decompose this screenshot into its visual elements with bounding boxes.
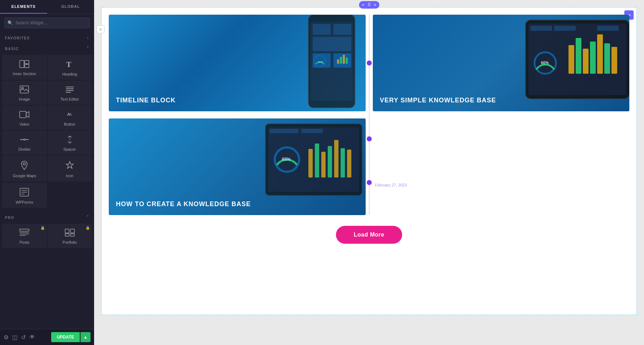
widget-divider[interactable]: Divider [2,131,47,155]
widget-inner-section[interactable]: Inner Section [2,55,47,80]
widget-icon-label: Icon [66,174,73,178]
svg-rect-65 [341,148,345,178]
svg-rect-62 [321,152,326,178]
wpforms-grid: WPForms [0,183,94,209]
sidebar-tabs: ELEMENTS GLOBAL [0,0,94,14]
posts-icon [19,229,29,238]
widget-portfolio[interactable]: 🔒 Portfolio [48,224,92,248]
svg-rect-64 [334,140,338,178]
widget-wpforms[interactable]: WPForms [2,183,47,208]
timeline-dot-1 [367,60,372,65]
svg-rect-28 [70,234,74,236]
widget-google-maps[interactable]: Google Maps [2,156,47,181]
settings-icon[interactable]: ⚙ [4,334,9,341]
section-toggle[interactable]: ≡ [97,25,104,33]
update-button[interactable]: UPDATE [51,332,80,342]
favorites-label: FAVORITES [5,36,30,40]
svg-text:60%: 60% [541,60,549,65]
posts-lock-icon: 🔒 [40,226,45,230]
search-input[interactable] [4,18,90,28]
footer-icons: ⚙ ◫ ↺ 👁 [4,334,35,341]
post-3-title: HOW TO CREATE A KNOWLEDGE BASE [116,200,251,208]
portfolio-lock-icon: 🔒 [86,226,90,230]
svg-rect-33 [313,37,351,51]
preview-icon[interactable]: 👁 [29,334,35,340]
svg-rect-10 [20,111,26,118]
svg-rect-44 [569,45,574,74]
search-icon: 🔍 [8,20,13,25]
basic-label: BASIC [5,47,19,51]
widget-spacer-label: Spacer [63,147,76,151]
widget-text-editor[interactable]: Text Editor [48,81,92,105]
widget-inner-section-label: Inner Section [13,72,36,76]
svg-point-16 [23,163,25,165]
svg-rect-21 [20,229,29,231]
empty-right-col [373,118,630,215]
widget-video[interactable]: Video [2,106,47,130]
widget-button-label: Button [64,122,75,126]
timeline-date: February 27, 2023 [375,183,407,187]
svg-rect-67 [270,129,298,133]
svg-rect-45 [576,38,581,74]
section-close-icon[interactable]: × [374,3,377,7]
tab-global[interactable]: GLOBAL [47,0,94,14]
tab-elements[interactable]: ELEMENTS [0,0,47,14]
pro-label: PRO [5,216,14,220]
post-card-1[interactable]: 60% TIMELINE BLOCK [109,15,366,111]
button-icon [65,111,74,120]
history-icon[interactable]: ↺ [21,334,26,341]
svg-text:60%: 60% [318,61,323,63]
text-editor-icon [65,86,74,95]
svg-rect-48 [597,34,603,74]
svg-rect-2 [25,64,29,68]
widget-button[interactable]: Button [48,106,92,130]
posts-layout: February 27, 2023 [109,15,629,215]
load-more-button[interactable]: Load More [336,226,402,244]
widget-heading-label: Heading [62,72,77,76]
widget-portfolio-label: Portfolio [63,240,77,244]
heading-icon: T [65,60,74,70]
update-arrow-button[interactable]: ▲ [80,332,91,342]
pro-chevron: ˅ [87,215,89,220]
post-1-title: TIMELINE BLOCK [116,97,176,104]
svg-rect-0 [20,60,24,68]
widget-video-label: Video [19,122,29,126]
section-add-icon[interactable]: + [362,3,365,7]
section-grid-icon[interactable]: ⠿ [367,3,371,7]
widget-image[interactable]: Image [2,81,47,105]
canvas-area: + ⠿ × ≡ ✏ February 27, 2023 [94,0,644,345]
widget-posts[interactable]: 🔒 Posts [2,224,47,248]
widget-icon[interactable]: Icon [48,156,92,181]
widget-google-maps-label: Google Maps [13,174,36,178]
favorites-header[interactable]: FAVORITES › [0,32,94,43]
svg-text:T: T [66,60,72,68]
widget-heading[interactable]: T Heading [48,55,92,80]
post-2-title: VERY SIMPLE KNOWLEDGE BASE [380,97,496,104]
spacer-icon [65,136,74,145]
section-toolbar: + ⠿ × [359,1,379,9]
svg-rect-60 [308,149,313,178]
pro-header[interactable]: PRO ˅ [0,212,94,222]
svg-rect-63 [328,146,332,178]
timeline-dot-2 [367,136,372,141]
svg-rect-39 [346,58,348,64]
svg-rect-32 [333,24,351,35]
svg-rect-68 [301,129,323,133]
svg-rect-47 [590,42,596,74]
video-icon [19,111,29,120]
svg-rect-54 [554,26,576,31]
sidebar: ELEMENTS GLOBAL 🔍 FAVORITES › BASIC ˅ [0,0,94,345]
wpforms-icon [20,188,29,198]
image-icon [20,86,29,95]
svg-rect-49 [604,43,610,74]
widget-spacer[interactable]: Spacer [48,131,92,155]
sidebar-footer: ⚙ ◫ ↺ 👁 UPDATE ▲ [0,329,94,345]
svg-rect-61 [315,144,319,178]
layers-icon[interactable]: ◫ [12,334,18,341]
basic-header[interactable]: BASIC ˅ [0,43,94,53]
divider-icon [20,136,29,145]
post-card-2[interactable]: 60% VERY SIMPLE KNOWLEDGE BASE [373,15,630,111]
svg-rect-26 [70,229,74,233]
pro-widgets-grid: 🔒 Posts 🔒 Por [0,222,94,249]
post-card-3[interactable]: 65% [109,118,366,215]
